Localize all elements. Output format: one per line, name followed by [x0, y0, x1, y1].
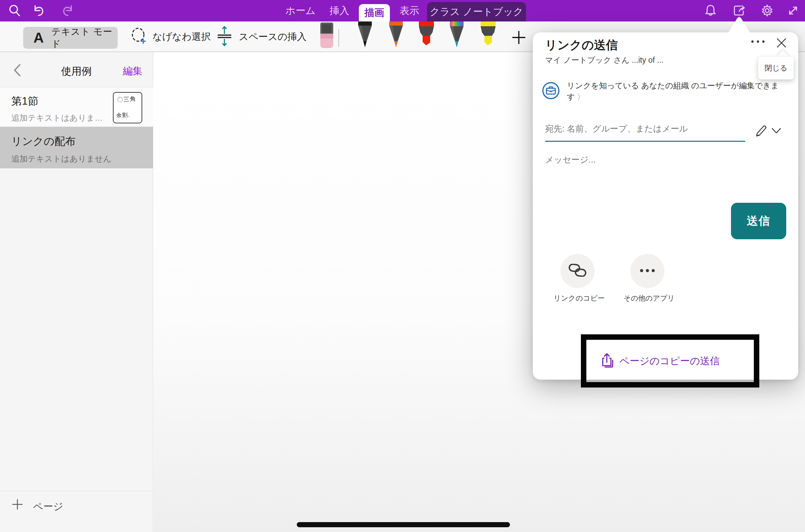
page-title: リンクの配布: [11, 134, 76, 149]
insert-space-icon: [216, 26, 233, 48]
permission-text-wrap: す: [567, 92, 575, 101]
app-screen: ホーム 挿入 描画 表示 クラス ノートブック A テキスト モード なげなわ選…: [0, 0, 805, 532]
text-mode-label: テキスト モード: [51, 26, 118, 50]
tab-insert[interactable]: 挿入: [324, 0, 355, 21]
edit-permission-pencil-icon[interactable]: [755, 124, 767, 138]
ellipsis-icon: [639, 268, 656, 274]
page-row-section1[interactable]: 第1節 追加テキストはありま… 〇三角 余割.: [0, 87, 153, 126]
message-field-wrap: [545, 152, 777, 167]
highlighter-yellow[interactable]: [480, 21, 497, 49]
insert-space-label: スペースの挿入: [239, 30, 307, 43]
edit-button[interactable]: 編集: [123, 64, 143, 78]
recipient-underline: [545, 141, 745, 142]
dialog-title: リンクの送信: [545, 37, 618, 53]
notebook-subtitle: マイ ノートブック さん ...ity of ...: [545, 55, 663, 65]
add-page-button[interactable]: ページ: [0, 491, 153, 532]
recipient-chevron-down-icon[interactable]: [771, 127, 781, 135]
pen-orange[interactable]: [388, 21, 404, 49]
close-tooltip: 閉じる: [758, 57, 794, 79]
settings-gear-icon[interactable]: [759, 3, 775, 18]
organization-briefcase-icon: [542, 82, 559, 99]
send-button[interactable]: 送信: [731, 203, 786, 239]
notifications-bell-icon[interactable]: [703, 3, 718, 18]
page-row-link-distribution-selected[interactable]: リンクの配布 追加テキストはありません: [0, 127, 153, 168]
toolbar-divider: [338, 29, 339, 47]
search-icon[interactable]: [7, 3, 23, 18]
more-options-button[interactable]: [748, 33, 768, 50]
permission-text: リンクを知っている あなたの組織 のユーザーが編集できま: [567, 81, 779, 90]
plus-icon: [12, 499, 23, 512]
page-title: 第1節: [11, 94, 38, 108]
undo-icon[interactable]: [31, 3, 46, 18]
tab-class-notebook[interactable]: クラス ノートブック: [427, 2, 526, 21]
dialog-caret: [728, 16, 750, 33]
more-apps-label: その他のアプリ: [624, 293, 671, 303]
add-page-label: ページ: [33, 500, 63, 514]
sidebar-header: 使用例 編集: [0, 52, 153, 87]
text-mode-a-icon: A: [33, 30, 44, 46]
copy-link-label: リンクのコピー: [554, 293, 601, 303]
thumbnail-handwriting-line1: 〇三角: [117, 95, 136, 104]
close-tooltip-label: 閉じる: [764, 63, 787, 73]
send-link-dialog: リンクの送信 マイ ノートブック さん ...ity of ... リンクを知っ…: [533, 32, 798, 380]
lasso-select-button[interactable]: なげなわ選択: [130, 21, 211, 52]
more-apps-button[interactable]: その他のアプリ: [624, 254, 671, 303]
insert-space-button[interactable]: スペースの挿入: [216, 21, 307, 52]
message-input[interactable]: [545, 152, 777, 167]
add-pen-button[interactable]: [510, 28, 528, 47]
page-list-sidebar: 使用例 編集 第1節 追加テキストはありま… 〇三角 余割. リンクの配布 追加…: [0, 52, 153, 532]
recipient-input[interactable]: [545, 122, 746, 135]
thumbnail-handwriting-line2: 余割.: [116, 111, 130, 119]
text-mode-button[interactable]: A テキスト モード: [23, 27, 118, 49]
annotation-highlight-rectangle: [581, 334, 759, 387]
page-subtitle: 追加テキストはありま…: [11, 112, 103, 123]
tab-home[interactable]: ホーム: [283, 0, 318, 21]
copy-link-button[interactable]: リンクのコピー: [554, 254, 601, 303]
home-indicator-bar[interactable]: [297, 522, 510, 527]
tab-view[interactable]: 表示: [394, 0, 425, 21]
highlighter-red[interactable]: [418, 21, 435, 49]
link-permission-button[interactable]: リンクを知っている あなたの組織 のユーザーが編集できま す 〉: [567, 80, 788, 103]
chevron-right-icon: 〉: [577, 93, 584, 101]
eraser-tool[interactable]: [319, 22, 334, 50]
page-thumbnail: 〇三角 余割.: [113, 92, 142, 123]
pen-black[interactable]: [357, 21, 373, 49]
link-icon: [569, 264, 586, 278]
tab-draw-active[interactable]: 描画: [359, 4, 390, 21]
recipient-field-wrap: [545, 122, 746, 135]
lasso-icon: [130, 27, 148, 47]
redo-icon[interactable]: [60, 3, 76, 18]
lasso-label: なげなわ選択: [152, 30, 211, 43]
page-subtitle: 追加テキストはありません: [11, 153, 112, 164]
fullscreen-expand-icon[interactable]: [785, 3, 801, 18]
close-icon[interactable]: [774, 35, 789, 51]
pen-rainbow[interactable]: [449, 21, 465, 49]
title-bar: ホーム 挿入 描画 表示 クラス ノートブック: [0, 0, 805, 21]
